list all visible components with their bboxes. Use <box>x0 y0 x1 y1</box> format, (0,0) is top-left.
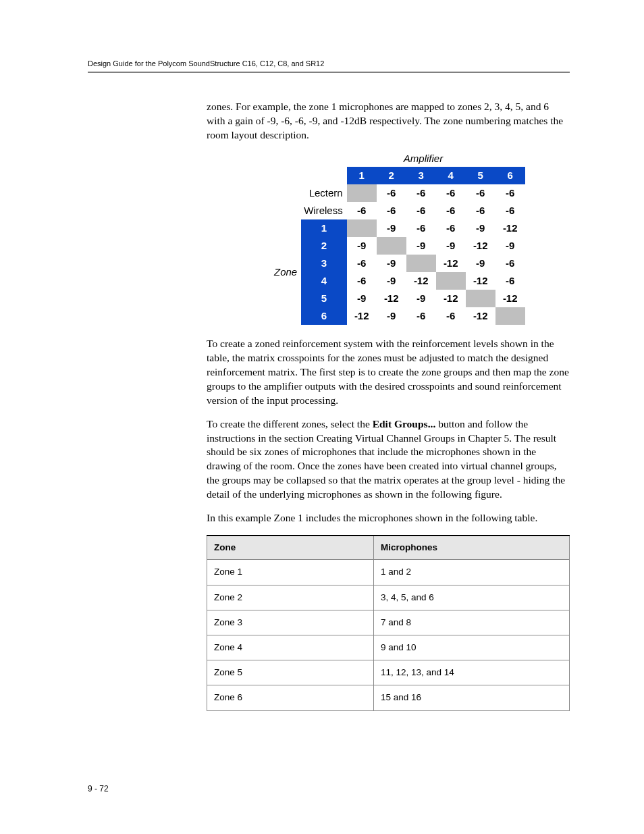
paragraph-zone1-lead: In this example Zone 1 includes the micr… <box>207 511 570 525</box>
matrix-cell: -6 <box>436 202 466 219</box>
matrix-cell <box>436 272 466 290</box>
matrix-cell: -12 <box>495 219 525 237</box>
matrix-header-row: 1 2 3 4 5 6 <box>271 167 525 184</box>
row-num-6: 6 <box>301 307 347 325</box>
matrix-cell: -9 <box>377 255 406 272</box>
matrix-cell: -12 <box>495 290 525 307</box>
paragraph-editgroups: To create the different zones, select th… <box>207 417 570 502</box>
header-rule <box>88 72 570 73</box>
matrix-col-2: 2 <box>377 167 406 184</box>
matrix-cell: -6 <box>495 272 525 290</box>
mic-cell: 7 and 8 <box>374 610 570 635</box>
matrix-cell: -6 <box>406 307 436 325</box>
mic-cell: 1 and 2 <box>374 560 570 585</box>
matrix-cell: -9 <box>466 219 495 237</box>
matrix-corner <box>271 167 301 184</box>
running-header: Design Guide for the Polycom SoundStruct… <box>88 59 570 68</box>
matrix-cell <box>347 219 377 237</box>
matrix-row-zone1: Zone 1 -9 -6 -6 -9 -12 <box>271 219 525 237</box>
zone-cell: Zone 3 <box>207 610 374 635</box>
matrix-cell: -12 <box>436 255 466 272</box>
matrix-corner2 <box>301 167 347 184</box>
matrix-col-4: 4 <box>436 167 466 184</box>
matrix-row-zone2: 2 -9 -9 -9 -12 -9 <box>271 237 525 255</box>
matrix-cell: -9 <box>406 237 436 255</box>
matrix-cell: -12 <box>436 290 466 307</box>
matrix-cell: -12 <box>466 237 495 255</box>
zone-cell: Zone 6 <box>207 685 374 710</box>
paragraph-intro: zones. For example, the zone 1 microphon… <box>207 100 570 142</box>
matrix-cell <box>347 184 377 202</box>
zone-cell: Zone 2 <box>207 585 374 610</box>
matrix-cell: -12 <box>466 272 495 290</box>
matrix-cell: -6 <box>495 202 525 219</box>
p3-lead: To create the different zones, select th… <box>207 418 373 429</box>
matrix-cell: -6 <box>495 184 525 202</box>
paragraph-zoned: To create a zoned reinforcement system w… <box>207 337 570 408</box>
row-num-2: 2 <box>301 237 347 255</box>
matrix-cell: -12 <box>466 307 495 325</box>
mic-cell: 3, 4, 5, and 6 <box>374 585 570 610</box>
matrix-row-wireless: Wireless -6 -6 -6 -6 -6 -6 <box>271 202 525 219</box>
table-row: Zone 2 3, 4, 5, and 6 <box>207 585 570 610</box>
matrix-col-title: Amplifier <box>332 152 514 165</box>
matrix-cell: -12 <box>406 272 436 290</box>
matrix-cell: -6 <box>406 202 436 219</box>
matrix-cell: -6 <box>347 255 377 272</box>
matrix-cell: -6 <box>436 219 466 237</box>
row-num-1: 1 <box>301 219 347 237</box>
mic-cell: 9 and 10 <box>374 635 570 660</box>
matrix-cell: -6 <box>495 255 525 272</box>
table-row: Zone 1 1 and 2 <box>207 560 570 585</box>
col-zone: Zone <box>207 536 374 560</box>
matrix-row-title: Zone <box>271 219 301 325</box>
matrix-cell: -6 <box>466 202 495 219</box>
matrix-cell: -6 <box>377 202 406 219</box>
reinforcement-matrix: Amplifier 1 2 3 4 5 6 Lectern <box>271 152 570 325</box>
matrix-row-zone4: 4 -6 -9 -12 -12 -6 <box>271 272 525 290</box>
edit-groups-label: Edit Groups... <box>373 418 436 429</box>
matrix-cell: -6 <box>377 184 406 202</box>
matrix-col-3: 3 <box>406 167 436 184</box>
matrix-col-5: 5 <box>466 167 495 184</box>
mic-cell: 15 and 16 <box>374 685 570 710</box>
matrix-cell: -9 <box>377 219 406 237</box>
page: Design Guide for the Polycom SoundStruct… <box>0 0 644 834</box>
matrix-col-1: 1 <box>347 167 377 184</box>
p3-tail: button and follow the instructions in th… <box>207 418 565 500</box>
matrix-cell: -6 <box>406 219 436 237</box>
matrix-cell <box>495 307 525 325</box>
table-row: Zone 4 9 and 10 <box>207 635 570 660</box>
matrix-row-zone5: 5 -9 -12 -9 -12 -12 <box>271 290 525 307</box>
row-label-wireless: Wireless <box>301 202 347 219</box>
matrix-row-zone3: 3 -6 -9 -12 -9 -6 <box>271 255 525 272</box>
matrix-cell: -9 <box>495 237 525 255</box>
matrix-cell: -9 <box>436 237 466 255</box>
matrix-cell: -6 <box>436 184 466 202</box>
table-row: Zone 6 15 and 16 <box>207 685 570 710</box>
content-column: zones. For example, the zone 1 microphon… <box>207 100 570 711</box>
matrix-cell <box>406 255 436 272</box>
row-label-lectern: Lectern <box>301 184 347 202</box>
matrix-row-lectern: Lectern -6 -6 -6 -6 -6 <box>271 184 525 202</box>
table-row: Zone 3 7 and 8 <box>207 610 570 635</box>
matrix-cell: -9 <box>347 290 377 307</box>
matrix-row-zone6: 6 -12 -9 -6 -6 -12 <box>271 307 525 325</box>
row-num-3: 3 <box>301 255 347 272</box>
matrix-cell: -6 <box>347 202 377 219</box>
matrix-cell: -6 <box>347 272 377 290</box>
matrix-cell: -12 <box>347 307 377 325</box>
matrix-cell: -9 <box>466 255 495 272</box>
mic-cell: 11, 12, 13, and 14 <box>374 660 570 685</box>
matrix-col-6: 6 <box>495 167 525 184</box>
zone-cell: Zone 5 <box>207 660 374 685</box>
matrix-cell: -9 <box>377 272 406 290</box>
matrix-cell: -6 <box>466 184 495 202</box>
matrix-cell <box>466 290 495 307</box>
matrix-table: 1 2 3 4 5 6 Lectern -6 -6 -6 -6 -6 <box>271 167 525 325</box>
matrix-cell: -12 <box>377 290 406 307</box>
matrix-cell: -6 <box>406 184 436 202</box>
matrix-cell: -6 <box>436 307 466 325</box>
row-num-4: 4 <box>301 272 347 290</box>
page-number: 9 - 72 <box>88 784 109 793</box>
